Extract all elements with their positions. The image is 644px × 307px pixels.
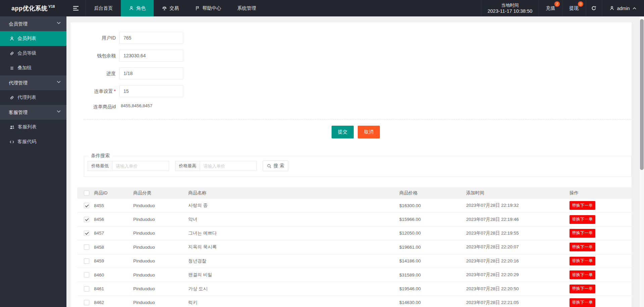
- refresh-icon: [591, 5, 597, 11]
- select-all-checkbox[interactable]: [84, 190, 89, 196]
- nav-item-label: 交易: [169, 5, 179, 11]
- table-row: 8455 Pinduoduo 사랑의 종 $16300.00 2023年07月2…: [77, 199, 632, 212]
- cell-product-name: 럭키: [188, 300, 399, 306]
- recharge-button[interactable]: 充值 2: [539, 0, 562, 16]
- person-icon: [609, 6, 614, 11]
- app-logo[interactable]: app优化系统V18: [0, 0, 66, 16]
- replace-next-order-button[interactable]: 替换下一单: [569, 201, 595, 210]
- wallet-balance-label: 钱包余额: [70, 50, 119, 62]
- nav-item-trade[interactable]: 交易: [154, 0, 187, 16]
- replace-next-order-button[interactable]: 替换下一单: [569, 270, 595, 279]
- sidebar-group-service[interactable]: 客服管理: [0, 105, 66, 120]
- price-min-input[interactable]: [112, 161, 169, 171]
- cell-product-id: 8456: [94, 217, 133, 222]
- chevron-down-icon: [56, 80, 61, 84]
- replace-next-order-button[interactable]: 替换下一单: [569, 257, 595, 265]
- cell-add-time: 2023年07月28日 22:19:46: [466, 217, 569, 223]
- sidebar: 会员管理 会员列表 会员等级 叠加组 代理管理 代理列表 客服管理 客服列表 客…: [0, 16, 66, 307]
- user-id-field[interactable]: [119, 32, 183, 44]
- nav-item-dashboard[interactable]: 后台首页: [86, 0, 121, 16]
- cell-add-time: 2023年07月28日 22:20:29: [466, 272, 569, 278]
- replace-next-order-button[interactable]: 替换下一单: [569, 285, 595, 293]
- recharge-badge: 2: [554, 1, 560, 7]
- replace-next-order-button[interactable]: 替换下一单: [569, 298, 595, 307]
- table-row: 8457 Pinduoduo 그녀는 예쁘다 $12050.00 2023年07…: [77, 227, 632, 240]
- col-actions: 操作: [569, 190, 632, 196]
- search-button-label: 搜 索: [274, 163, 284, 169]
- search-button[interactable]: 搜 索: [263, 161, 288, 171]
- sidebar-collapse-icon[interactable]: [66, 0, 86, 16]
- row-checkbox[interactable]: [84, 300, 89, 305]
- sidebar-group-members[interactable]: 会员管理: [0, 16, 66, 31]
- withdraw-button[interactable]: 提现 0: [562, 0, 586, 16]
- row-checkbox[interactable]: [84, 203, 89, 208]
- cell-product-name: 가상 도시: [188, 286, 399, 292]
- sidebar-item-label: 会员等级: [17, 50, 36, 56]
- nav-item-label: 后台首页: [94, 5, 113, 11]
- cell-product-category: Pinduoduo: [133, 245, 188, 250]
- sidebar-item-stack-group[interactable]: 叠加组: [0, 61, 66, 75]
- nav-item-label: 系统管理: [237, 5, 256, 11]
- row-checkbox[interactable]: [84, 217, 89, 222]
- nav-item-role[interactable]: 角色: [121, 0, 154, 16]
- withdraw-badge: 0: [578, 1, 583, 7]
- cell-product-name: 사랑의 종: [188, 202, 399, 208]
- sidebar-group-agents[interactable]: 代理管理: [0, 75, 66, 90]
- divider: [84, 119, 631, 120]
- nav-item-system[interactable]: 系统管理: [229, 0, 264, 16]
- sidebar-item-agent-list[interactable]: 代理列表: [0, 90, 66, 105]
- cell-product-name: 악녀: [188, 217, 399, 223]
- replace-next-order-button[interactable]: 替换下一单: [569, 243, 595, 251]
- combo-setting-field[interactable]: [119, 85, 183, 97]
- search-icon: [267, 164, 272, 169]
- cell-add-time: 2023年07月28日 22:19:32: [466, 202, 569, 208]
- user-menu[interactable]: admin: [602, 0, 644, 16]
- refresh-button[interactable]: [586, 0, 602, 16]
- sidebar-item-member-list[interactable]: 会员列表: [0, 31, 66, 46]
- label-text: 连单设置: [94, 88, 113, 94]
- replace-next-order-button[interactable]: 替换下一单: [569, 229, 595, 238]
- cell-product-price: $14186.00: [399, 258, 466, 263]
- cell-add-time: 2023年07月28日 22:20:07: [466, 244, 569, 250]
- progress-field[interactable]: [119, 67, 183, 79]
- search-row: 价格最低 价格最高 搜 索: [84, 159, 631, 171]
- nav-item-help[interactable]: 帮助中心: [187, 0, 229, 16]
- combo-setting-label: 连单设置*: [70, 85, 119, 97]
- sidebar-item-service-list[interactable]: 客服列表: [0, 120, 66, 134]
- sidebar-item-label: 客服列表: [18, 124, 37, 130]
- cell-product-id: 8459: [94, 258, 133, 263]
- sidebar-item-service-code[interactable]: 客服代码: [0, 134, 66, 149]
- cancel-button[interactable]: 取消: [358, 126, 380, 138]
- stack-icon: [9, 66, 14, 71]
- scrollbar-thumb[interactable]: [640, 19, 644, 170]
- sidebar-item-member-level[interactable]: 会员等级: [0, 46, 66, 61]
- cell-product-price: $14630.00: [399, 300, 466, 305]
- cell-product-name: 그녀는 예쁘다: [188, 230, 399, 236]
- row-checkbox[interactable]: [84, 244, 89, 250]
- table-row: 8459 Pinduoduo 청년경찰 $14186.00 2023年07月28…: [77, 254, 632, 268]
- wallet-balance-field[interactable]: [119, 50, 183, 62]
- condition-search-legend: 条件搜索: [88, 153, 112, 159]
- row-checkbox[interactable]: [84, 258, 89, 264]
- form-row-combo: 连单设置*: [70, 85, 183, 97]
- user-id-label: 用户ID: [70, 32, 119, 44]
- submit-button[interactable]: 提交: [332, 126, 354, 138]
- chevron-down-icon: [56, 110, 61, 113]
- cell-product-category: Pinduoduo: [133, 203, 188, 208]
- nav-item-label: 帮助中心: [202, 5, 221, 11]
- row-checkbox[interactable]: [84, 272, 89, 278]
- sidebar-item-label: 客服代码: [17, 139, 36, 145]
- price-max-input[interactable]: [200, 161, 257, 171]
- cell-product-price: $15966.00: [399, 217, 466, 222]
- form-actions: 提交 取消: [332, 126, 380, 138]
- table-body: 8455 Pinduoduo 사랑의 종 $16300.00 2023年07月2…: [77, 199, 632, 307]
- cell-product-id: 8461: [94, 286, 133, 291]
- replace-next-order-button[interactable]: 替换下一单: [569, 215, 595, 224]
- table-header: 商品ID 商品分类 商品名称 商品价格 添加时间 操作: [77, 187, 632, 199]
- row-checkbox[interactable]: [84, 286, 89, 292]
- person-icon: [129, 6, 134, 11]
- required-mark: *: [114, 88, 116, 94]
- scrollbar[interactable]: [639, 16, 644, 307]
- row-checkbox[interactable]: [84, 231, 89, 236]
- cell-product-category: Pinduoduo: [133, 272, 188, 278]
